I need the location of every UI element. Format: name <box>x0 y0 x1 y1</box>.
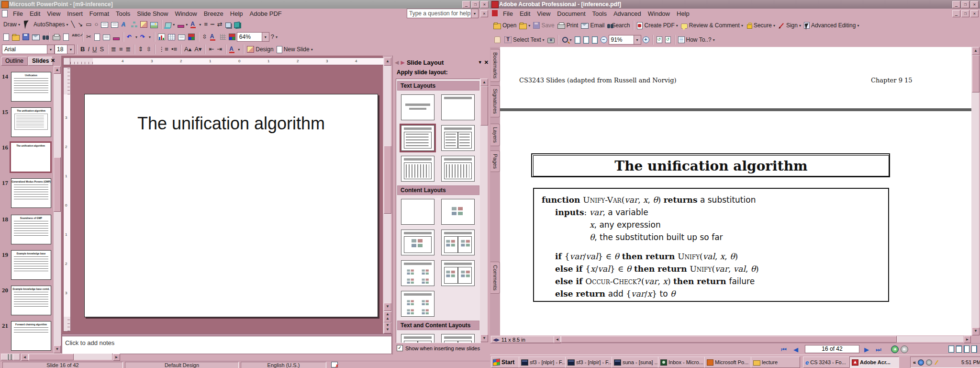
organizer-button[interactable]: ▾ <box>518 21 532 30</box>
insert-table-button[interactable] <box>167 33 177 41</box>
secure-button[interactable]: Secure▾ <box>745 21 777 30</box>
layout-title-content-text[interactable] <box>441 334 475 343</box>
nav-tab-signatures[interactable]: Signatures <box>490 85 500 117</box>
slide-title-text[interactable]: The unification algorithm <box>85 114 378 134</box>
arrow-style-button[interactable]: ⇄ <box>216 20 224 29</box>
ppt-menu-edit[interactable]: Edit <box>26 9 44 18</box>
layout-title-text[interactable] <box>401 125 434 151</box>
text-box-button[interactable] <box>100 20 110 29</box>
layout-title-two-content[interactable] <box>441 230 475 255</box>
select-objects-button[interactable] <box>22 19 32 30</box>
how-to-button[interactable]: How To..?▾ <box>677 35 716 44</box>
ppt-menu-format[interactable]: Format <box>86 9 112 18</box>
vertical-text-box-button[interactable] <box>110 20 120 29</box>
new-slide-button[interactable]: New Slide▾ <box>275 45 314 54</box>
align-left-button[interactable]: ≣ <box>110 45 118 54</box>
layout-title-four-content[interactable] <box>401 291 434 317</box>
advanced-editing-button[interactable]: Advanced Editing▾ <box>802 21 860 30</box>
line-style-button[interactable]: ≡ <box>202 20 209 29</box>
hscroll-left-icon[interactable]: ◄ <box>21 354 28 361</box>
insert-hyperlink-button[interactable] <box>187 33 196 41</box>
slide-thumbnail-15[interactable]: The unification algorithm <box>11 107 51 137</box>
taskbar-sf3-2[interactable]: sf3 - [nlpir] - F... <box>565 356 614 368</box>
print-button[interactable] <box>51 33 62 41</box>
draw-menu-button[interactable]: Draw▾ <box>2 20 22 29</box>
layout-title-two-content-mixed[interactable] <box>441 260 475 286</box>
print-button[interactable]: Print <box>556 21 580 30</box>
insert-clipart-button[interactable] <box>139 20 149 29</box>
autoshapes-menu-button[interactable]: AutoShapes▾ <box>32 20 69 29</box>
nav-tab-comments[interactable]: Comments <box>490 262 500 294</box>
zoom-out-button[interactable]: − <box>599 35 609 44</box>
normal-view-button[interactable] <box>1 354 8 360</box>
taskbar-powerpoint[interactable]: Microsoft Po... <box>704 356 754 368</box>
search-button[interactable]: Search <box>606 21 631 30</box>
show-formatting-button[interactable]: A <box>209 33 219 41</box>
dash-style-button[interactable]: ┅ <box>209 20 216 29</box>
acrobat-menu-document[interactable]: Document <box>554 9 589 18</box>
layout-title-slide[interactable] <box>401 94 434 120</box>
align-right-button[interactable]: ≣ <box>124 45 133 54</box>
hscroll-thumb[interactable] <box>29 354 74 360</box>
bullets-button[interactable]: •≡ <box>170 45 178 54</box>
slide-scroll-down-icon[interactable]: ▼ <box>384 303 391 311</box>
spelling-button[interactable]: ABC✓ <box>70 33 80 41</box>
open-button[interactable] <box>11 33 21 42</box>
hscroll-track[interactable] <box>28 354 112 360</box>
paragraph-spacing-button[interactable]: ⇳ <box>145 45 153 54</box>
taskbar-inbox[interactable]: Inbox - Micro... <box>658 356 707 368</box>
hand-tool-button[interactable] <box>492 35 503 45</box>
sign-button[interactable]: Sign▾ <box>777 21 802 30</box>
tray-expand-icon[interactable]: « <box>913 359 916 365</box>
pdf-vertical-scrollbar[interactable]: ▲ ▼ <box>971 47 979 335</box>
slide-thumbnail-19[interactable]: Example knowledge base <box>11 250 51 280</box>
ppt-menu-window[interactable]: Window <box>171 9 200 18</box>
zoom-in-tool-button[interactable]: ▾ <box>560 35 573 44</box>
format-painter-button[interactable] <box>111 33 121 41</box>
slideshow-view-button[interactable] <box>13 354 20 360</box>
pdf-hscroll-track[interactable] <box>560 336 963 342</box>
copy-button[interactable] <box>93 33 101 42</box>
tab-slides[interactable]: Slides <box>28 57 53 66</box>
taskbar-lecture[interactable]: lecture <box>751 356 800 368</box>
notes-pane[interactable]: Click to add notes <box>62 336 392 354</box>
tray-pen-icon[interactable] <box>935 360 938 365</box>
previous-view-button[interactable]: ◂ <box>891 345 899 353</box>
ppt-close-button[interactable]: ✕ <box>480 1 489 8</box>
mail-recipient-button[interactable] <box>31 33 41 41</box>
thumbnail-scroll-thumb[interactable] <box>54 157 61 212</box>
task-pane-close-icon[interactable]: ✕ <box>484 59 489 66</box>
slide-scroll-thumb[interactable] <box>384 146 391 214</box>
tables-and-borders-button[interactable] <box>177 33 187 41</box>
continuous-layout-button[interactable] <box>956 345 962 353</box>
ppt-menu-breeze[interactable]: Breeze <box>200 9 227 18</box>
numbering-button[interactable]: ⋮≡ <box>157 45 170 54</box>
layout-title-content[interactable] <box>401 230 434 255</box>
layout-scroll-up-icon[interactable]: ▲ <box>480 79 488 86</box>
show-when-inserting-checkbox[interactable]: ✓ <box>397 345 403 351</box>
acrobat-restore-button[interactable]: ❐ <box>961 1 969 8</box>
layout-vertical-title-text[interactable] <box>441 156 475 182</box>
font-size-combo-dropdown-icon[interactable]: ▾ <box>67 45 74 54</box>
align-center-button[interactable]: ≡ <box>118 45 124 54</box>
acrobat-menu-advanced[interactable]: Advanced <box>610 9 645 18</box>
pdf-document-icon[interactable] <box>492 10 498 16</box>
acrobat-doc-minimize-button[interactable]: _ <box>952 10 960 17</box>
panel-close-icon[interactable]: ✕ <box>51 58 55 64</box>
taskbar-suna[interactable]: suna - [suna] ... <box>612 356 661 368</box>
thumbnail-scroll-down-icon[interactable]: ▼ <box>54 345 61 353</box>
acrobat-menu-file[interactable]: File <box>500 9 516 18</box>
review-comment-button[interactable]: Review & Comment▾ <box>679 21 745 30</box>
layout-content[interactable] <box>441 199 475 225</box>
ppt-minimize-button[interactable]: _ <box>462 1 470 8</box>
redo-button[interactable]: ↷▾ <box>139 33 152 41</box>
undo-button[interactable]: ↶▾ <box>125 33 139 41</box>
thumbnail-scrollbar[interactable]: ▲ ▼ <box>54 66 61 353</box>
line-color-button[interactable]: ▾ <box>176 20 189 29</box>
increase-font-size-button[interactable]: A▴ <box>183 45 193 54</box>
slide-scrollbar[interactable]: ▲ ▼ ▲▲ ▼▼ <box>383 58 391 334</box>
start-button[interactable]: Start <box>491 356 521 368</box>
ppt-menu-adobe-pdf[interactable]: Adobe PDF <box>246 9 285 18</box>
ppt-menu-insert[interactable]: Insert <box>64 9 86 18</box>
acrobat-minimize-button[interactable]: _ <box>952 1 960 8</box>
